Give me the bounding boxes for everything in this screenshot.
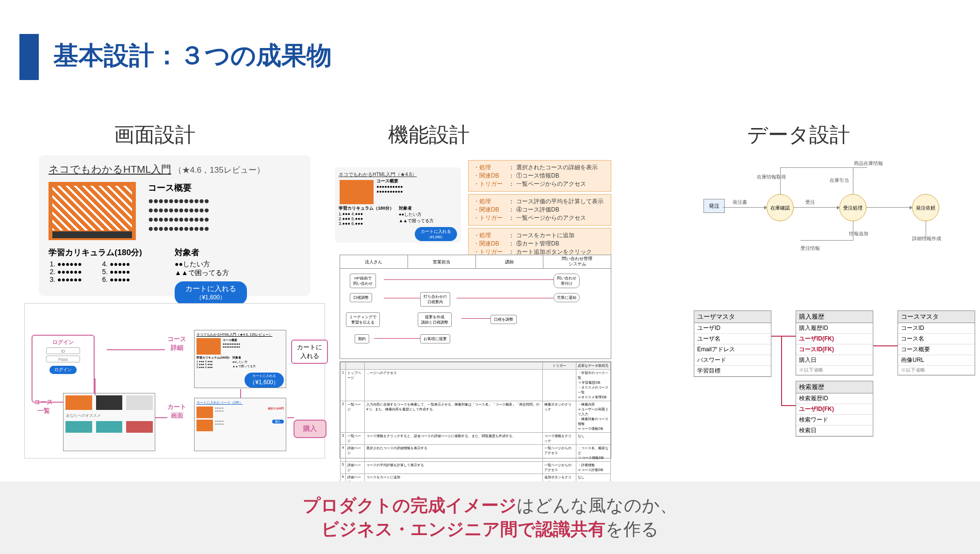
mini-cart-button[interactable]: カートに入れる（¥1,600） [415, 227, 457, 241]
login-box: ログイン ID Pass ログイン [32, 335, 95, 403]
course-title: ネコでもわかるHTML入門 [49, 163, 171, 175]
course-list-label: コース一覧 [34, 398, 53, 415]
course-rating: （★4.6，135レビュー） [174, 165, 265, 175]
outline-heading: コース概要 [148, 182, 209, 194]
course-detail-label: コース詳細 [167, 335, 186, 352]
to-cart-label: カートに入れる [291, 340, 328, 364]
col-head-3: データ設計 [747, 121, 850, 148]
footer-summary: プロダクトの完成イメージはどんな風なのか、 ビジネス・エンジニア間で認識共有を作… [0, 481, 980, 554]
function-table: トリガー必要なデータ取得元 1トップページ…ージへのアクセス・学習中のコース一覧… [340, 361, 611, 458]
process-box-2: ・処理：コース評価の平均を計算して表示 ・関連DB：④コース評価DB ・トリガー… [468, 194, 611, 226]
target-heading: 対象者 [175, 247, 247, 258]
course-list-shot: あなたへのオススメ [63, 393, 155, 451]
curriculum-heading: 学習カリキュラム(180分) [49, 247, 155, 258]
col-head-2: 機能設計 [388, 121, 470, 148]
function-mini-mock: ネコでもわかるHTML入門（★4.6） コース概要●●●●●●●●●●●●●●●… [335, 167, 461, 243]
erd-purchase: 購入履歴 購入履歴ID ユーザID(FK) コースID(FK) 購入日 ※以下省… [796, 310, 873, 375]
cart-shot: カートに入れたコース（2件） ●●●●●●●●●●合計3,500円 ●●●●●●… [194, 398, 286, 451]
screen-design-mock: ネコでもわかるHTML入門 （★4.6，135レビュー） コース概要 ●●●●●… [39, 155, 310, 296]
swimlane-diagram: 法人さん 営業担当 講師 問い合わせ管理システム HP経由で問い合わせ 問い合わ… [340, 255, 611, 359]
slide-title: 基本設計：３つの成果物 [53, 39, 332, 73]
course-image [49, 182, 136, 240]
erd-user: ユーザマスタ ユーザID ユーザ名 Emailアドレス パスワード 学習目標 [694, 310, 771, 377]
erd-course: コースマスタ コースID コース名 コース概要 画像URL ※以下省略 [898, 310, 975, 375]
target-line-2: ▲▲で困ってる方 [175, 269, 247, 277]
data-flow-diagram: 発注 在庫確認 受注処理 発注依頼 商品在庫情報 発注書 在庫情報取得 在庫引当… [703, 160, 980, 257]
erd-search: 検索履歴 検索履歴ID ユーザID(FK) 検索ワード 検索日 [796, 381, 873, 437]
add-to-cart-button[interactable]: カートに入れる （¥1,600） [175, 281, 247, 305]
login-button[interactable]: ログイン [49, 366, 77, 374]
buy-button[interactable]: 購入 [294, 420, 327, 438]
cart-screen-label: カート画面 [167, 403, 186, 420]
col-head-1: 画面設計 [114, 121, 196, 148]
outline-dots: ●●●●●●●●●●●●●●●●●●●●●●●●●●●●●●●●●●●●●●●●… [148, 196, 209, 233]
curriculum-list: ●●●●●● ●●●●●● ●●●●●● ●●●●● ●●●●● ●●●●● [49, 260, 155, 283]
course-detail-shot: ネコでもわかるHTML入門（★4.6, 135レビュー） コース概要●●●●●●… [194, 330, 286, 388]
target-line-1: ●●したい方 [175, 260, 247, 269]
process-box-1: ・処理：選択されたコースの詳細を表示 ・関連DB：①コース情報DB ・トリガー：… [468, 160, 611, 192]
erd-diagram: ユーザマスタ ユーザID ユーザ名 Emailアドレス パスワード 学習目標 購… [694, 306, 980, 446]
